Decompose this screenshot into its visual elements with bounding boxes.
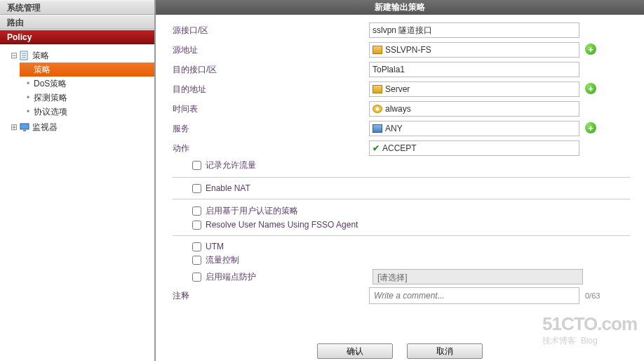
policy-tree: ⊟ 策略 • 策略 • DoS策略 • 探测策略 [0,44,154,138]
checkbox-identity[interactable] [192,206,201,216]
tree-label: 探测策略 [34,92,67,104]
document-icon [20,51,29,60]
nav-group-policy[interactable]: Policy [0,29,154,44]
input-src-address[interactable]: SSLVPN-FS [369,42,579,58]
checkbox-endpoint[interactable] [192,273,201,282]
expand-icon[interactable]: ⊞ [8,122,20,132]
nav-group-system[interactable]: 系统管理 [0,0,154,15]
label-comment: 注释 [173,290,369,302]
address-icon [373,46,382,54]
sidebar: 系统管理 路由 Policy ⊟ 策略 • 策略 • DoS策略 [0,0,156,361]
collapse-icon[interactable]: ⊟ [8,51,20,60]
label-service: 服务 [173,123,369,135]
tree-label: 策略 [32,50,49,62]
monitor-icon [20,122,29,132]
accept-icon: ✔ [373,143,380,153]
svg-rect-4 [20,124,29,129]
label-fsso: Resolve User Names Using FSSO Agent [206,220,358,230]
label-src-address: 源地址 [173,44,369,56]
endpoint-profile-select[interactable]: [请选择] [373,269,583,284]
policy-form: 源接口/区 sslvpn 隧道接口 源地址 SSLVPN-FS + [156,15,644,341]
input-src-interface[interactable]: sslvpn 隧道接口 [369,22,579,38]
label-traffic-shaping: 流量控制 [206,254,239,266]
checkbox-utm[interactable] [192,242,201,251]
checkbox-log-traffic[interactable] [192,161,201,170]
checkbox-nat[interactable] [192,184,201,193]
label-dst-address: 目的地址 [173,84,369,96]
input-service[interactable]: ANY [369,121,579,136]
tree-branch-icon: • [22,107,34,117]
tree-node-dos[interactable]: • DoS策略 [20,77,154,91]
input-action[interactable]: ✔ ACCEPT [369,140,579,156]
add-service-button[interactable]: + [585,122,596,133]
divider [173,177,630,178]
input-schedule[interactable]: always [369,101,579,117]
comment-counter: 0/63 [585,291,600,300]
tree-label: 策略 [34,64,51,76]
label-identity: 启用基于用户认证的策略 [206,205,298,217]
tree-label: 协议选项 [34,106,67,118]
tree-branch-icon: • [22,79,34,88]
label-endpoint: 启用端点防护 [206,271,373,283]
add-src-address-button[interactable]: + [585,44,596,55]
tree-branch-icon: • [22,93,34,103]
input-dst-interface[interactable]: ToPlala1 [369,62,579,77]
tree-node-policy[interactable]: • 策略 [20,63,154,77]
nav-group-router[interactable]: 路由 [0,15,154,29]
add-dst-address-button[interactable]: + [585,83,596,94]
page-title: 新建输出策略 [156,0,644,15]
comment-input[interactable] [369,287,579,304]
label-utm: UTM [206,242,224,251]
tree-node-protocol[interactable]: • 协议选项 [20,105,154,119]
schedule-icon [373,105,382,113]
divider [173,235,630,236]
service-icon [373,124,382,133]
label-schedule: 时间表 [173,103,369,115]
tree-label: 监视器 [32,122,58,133]
tree-node-monitor-root[interactable]: ⊞ 监视器 [6,120,154,134]
label-nat: Enable NAT [206,183,250,193]
tree-label: DoS策略 [34,78,67,90]
tree-node-sniffer[interactable]: • 探测策略 [20,91,154,105]
label-log-traffic: 记录允许流量 [206,159,256,171]
divider [173,199,630,199]
tree-node-policy-root[interactable]: ⊟ 策略 [6,48,154,63]
svg-rect-5 [23,130,26,131]
label-action: 动作 [173,143,369,155]
address-icon [373,85,382,93]
cancel-button[interactable]: 取消 [407,343,483,359]
ok-button[interactable]: 确认 [317,343,393,359]
checkbox-traffic-shaping[interactable] [192,256,201,265]
label-dst-interface: 目的接口/区 [173,64,369,76]
checkbox-fsso[interactable] [192,221,201,230]
input-dst-address[interactable]: Server [369,81,579,97]
button-bar: 确认 取消 [156,341,644,361]
label-src-interface: 源接口/区 [173,25,369,37]
tree-branch-icon: • [22,65,34,74]
main-panel: 新建输出策略 源接口/区 sslvpn 隧道接口 源地址 SSLVPN-FS [156,0,644,361]
